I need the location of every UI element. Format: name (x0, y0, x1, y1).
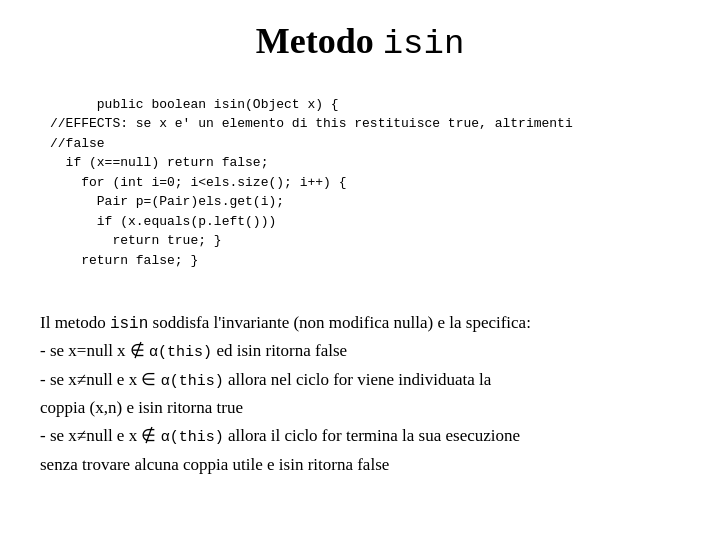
desc-line3: coppia (x,n) e isin ritorna true (40, 395, 680, 421)
code-line-1: public boolean isin(Object x) { (81, 97, 338, 112)
description-block: Il metodo isin soddisfa l'invariante (no… (40, 310, 680, 479)
desc-intro-text: Il metodo (40, 313, 110, 332)
code-line-9: return false; } (50, 253, 198, 268)
desc-line4-alpha: α(this) (161, 429, 224, 446)
desc-line5: senza trovare alcuna coppia utile e isin… (40, 452, 680, 478)
title-text: Metodo (256, 21, 383, 61)
desc-line2-pre: - se x≠null e x ∈ (40, 370, 161, 389)
desc-line2: - se x≠null e x ∈ α(this) allora nel cic… (40, 367, 680, 393)
code-line-6: Pair p=(Pair)els.get(i); (50, 194, 284, 209)
desc-intro: Il metodo isin soddisfa l'invariante (no… (40, 310, 680, 337)
desc-line1-post: ed isin ritorna false (212, 341, 347, 360)
desc-line1-pre: - se x=null x ∉ (40, 341, 149, 360)
code-block: public boolean isin(Object x) { //EFFECT… (40, 75, 680, 290)
desc-line4-pre: - se x≠null e x ∉ (40, 426, 161, 445)
page: Metodo isin public boolean isin(Object x… (0, 0, 720, 540)
desc-line2-alpha: α(this) (161, 373, 224, 390)
code-line-4: if (x==null) return false; (50, 155, 268, 170)
code-line-3: //false (50, 136, 105, 151)
title-code: isin (383, 25, 465, 63)
code-line-7: if (x.equals(p.left())) (50, 214, 276, 229)
code-line-2: //EFFECTS: se x e' un elemento di this r… (50, 116, 573, 131)
desc-line2-post: allora nel ciclo for viene individuata l… (224, 370, 492, 389)
code-line-5: for (int i=0; i<els.size(); i++) { (50, 175, 346, 190)
desc-line4-post: allora il ciclo for termina la sua esecu… (224, 426, 520, 445)
page-title: Metodo isin (40, 20, 680, 63)
desc-line1: - se x=null x ∉ α(this) ed isin ritorna … (40, 338, 680, 364)
desc-intro-code: isin (110, 315, 148, 333)
desc-intro-rest: soddisfa l'invariante (non modifica null… (148, 313, 531, 332)
desc-line1-alpha: α(this) (149, 344, 212, 361)
code-line-8: return true; } (50, 233, 222, 248)
desc-line4: - se x≠null e x ∉ α(this) allora il cicl… (40, 423, 680, 449)
